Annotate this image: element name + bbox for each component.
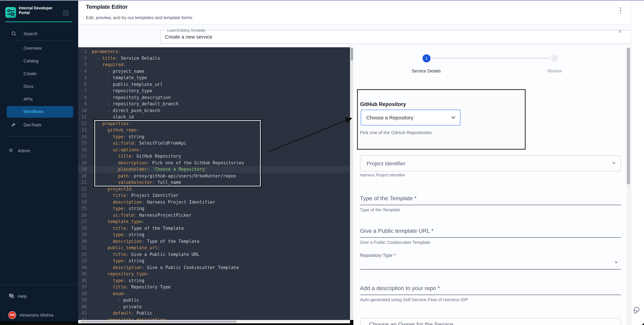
stepper-step-2[interactable]: 2	[551, 54, 559, 62]
code-line: 39 - public	[78, 297, 350, 303]
code-line: 17 title: GitHub Repository	[78, 153, 350, 159]
repository-type-label: Repository Type *	[360, 253, 621, 258]
code-line: 25 type: string	[78, 205, 350, 212]
sidebar-item-label: Help	[18, 294, 27, 299]
sidebar-divider	[5, 136, 73, 136]
sidebar-item-label: Docs	[24, 84, 34, 89]
code-line: 12 properties:	[78, 120, 350, 127]
owner-select[interactable]: Choose an Owner for the Service	[360, 318, 621, 325]
sidebar-user[interactable]: HM Himanshu Mishra	[0, 310, 78, 320]
sidebar-item-search[interactable]: Search	[0, 28, 78, 38]
code-line: 28 title: Type of the Template	[78, 225, 350, 231]
app-grid-icon[interactable]	[64, 10, 69, 16]
page-header	[78, 1, 630, 24]
code-line: 26 ui:field: HarnessProjectPicker	[78, 212, 350, 218]
code-line: 1parameters:	[78, 48, 350, 55]
idp-logo-glyph	[5, 7, 16, 18]
load-template-select[interactable]: Load Existing Template Create a new serv…	[160, 30, 644, 44]
code-line: 23 title: Project Identifier	[78, 192, 350, 199]
code-line: 21 valueSelector: full_name	[78, 179, 350, 186]
step-number: 2	[554, 56, 556, 60]
idp-logo[interactable]	[5, 7, 16, 18]
code-line: 27 template_type:	[78, 218, 350, 225]
chat-bubbles-icon[interactable]	[633, 306, 642, 314]
sidebar-item-catalog[interactable]: Catalog	[0, 56, 78, 66]
code-line: 4 - project_name	[78, 68, 350, 74]
sidebar-item-admin[interactable]: ⚙ Admin	[0, 146, 78, 156]
sidebar-item-label: Overview	[24, 45, 42, 50]
sidebar-item-docs[interactable]: Docs	[0, 81, 78, 91]
stepper-step-1[interactable]: 1	[422, 54, 430, 62]
portal-title: Internal Developer Portal	[19, 6, 56, 15]
right-gutter	[631, 1, 644, 325]
code-line: 20 path: proxy/github-api/users/OrkoHunt…	[78, 173, 350, 179]
sidebar-item-label: Admin	[18, 148, 30, 153]
code-line: 35 repository_type:	[78, 271, 350, 277]
help-chat-icon: ?	[9, 294, 14, 299]
code-line: 40 - private	[78, 303, 350, 310]
sidebar-item-label: APIs	[24, 96, 33, 101]
sidebar-item-overview[interactable]: Overview	[0, 43, 78, 53]
clear-template-button[interactable]: ✕	[618, 28, 622, 34]
sidebar-item-label: DevTools	[24, 122, 42, 127]
sidebar-item-create[interactable]: Create	[0, 68, 78, 78]
code-line: 3 required:	[78, 61, 350, 68]
repository-type-field[interactable]: Repository Type *	[360, 253, 621, 270]
svg-text:?: ?	[10, 294, 12, 297]
code-line: 41 default: Public	[78, 310, 350, 317]
stepper-connector	[432, 58, 549, 58]
code-line: 42 repositoty_description:	[78, 317, 350, 320]
page-title: Template Editor	[86, 4, 128, 10]
editor-vertical-scrollbar[interactable]	[350, 47, 354, 320]
stepper-label-service-details: Service Details	[399, 68, 453, 73]
code-line: 30 description: Type of the Template	[78, 238, 350, 245]
template-type-field[interactable]: Type of the Template * Type of the Templ…	[360, 195, 621, 212]
wrench-icon	[11, 122, 16, 127]
project-identifier-helper: Harness Project Identifier	[360, 173, 405, 177]
public-template-url-field[interactable]: Give a Public template URL * Give a Publ…	[360, 228, 621, 245]
dropdown-arrow-icon	[612, 162, 615, 164]
code-line: 32 title: Give a Public template URL	[78, 251, 350, 258]
code-line: 29 type: string	[78, 231, 350, 238]
editor-horizontal-scrollbar-thumb[interactable]	[80, 321, 236, 323]
code-line: 11 - slack_id	[78, 114, 350, 120]
avatar: HM	[8, 311, 16, 319]
dropdown-arrow-icon	[614, 262, 618, 264]
code-line: 37 title: Repository Type	[78, 284, 350, 290]
gear-icon: ⚙	[9, 148, 13, 153]
field-underline	[360, 295, 621, 295]
code-line: 5 - template_type	[78, 74, 350, 81]
sidebar-item-label: Search	[24, 31, 37, 36]
chevron-down-icon	[451, 116, 456, 119]
repo-description-helper: Auto-generated using Self-Service-Flow o…	[360, 297, 621, 302]
code-line: 13 github_repo:	[78, 127, 350, 133]
owner-label: Choose an Owner for the Service	[369, 321, 454, 325]
sidebar-item-label: Create	[24, 71, 36, 76]
code-line: 2 - title: Service Details	[78, 55, 350, 61]
sidebar-item-workflows[interactable]: Workflows	[7, 106, 73, 118]
public-template-url-helper: Give a Public Cookiecutter Template	[360, 240, 621, 245]
load-template-panel: Load Existing Template Create a new serv…	[78, 24, 630, 47]
template-type-label: Type of the Template *	[360, 195, 621, 202]
code-line: 9 - repository_default_branch	[78, 101, 350, 107]
github-repository-label: GitHub Repository	[360, 101, 406, 107]
sidebar-accent-divider	[5, 21, 72, 22]
sidebar-item-help[interactable]: ? Help	[0, 291, 78, 301]
code-line: 8 - repositoty_description	[78, 94, 350, 101]
form-panel-scrollbar-thumb[interactable]	[627, 48, 630, 184]
sidebar-item-apis[interactable]: APIs	[0, 94, 78, 104]
sidebar-item-label: Workflows	[24, 109, 44, 114]
editor-vertical-scrollbar-thumb[interactable]	[350, 48, 353, 61]
kebab-menu-icon[interactable]	[618, 7, 623, 13]
stepper-label-review: Review	[528, 68, 582, 73]
yaml-code-editor[interactable]: 1parameters:2 - title: Service Details3 …	[78, 47, 350, 320]
github-repository-select[interactable]: Choose a Repository	[360, 110, 460, 125]
repo-description-field[interactable]: Add a description to your repo * Auto-ge…	[360, 285, 621, 302]
code-line: 33 type: string	[78, 258, 350, 264]
project-identifier-value: Project Identifier	[367, 160, 406, 167]
template-editor-screen: Internal Developer Portal Search Overvie…	[0, 0, 644, 325]
code-line: 14 type: string	[78, 133, 350, 140]
sidebar-item-devtools[interactable]: DevTools	[0, 120, 78, 130]
project-identifier-select[interactable]: Project Identifier	[360, 155, 621, 171]
load-template-label: Load Existing Template	[166, 28, 207, 32]
